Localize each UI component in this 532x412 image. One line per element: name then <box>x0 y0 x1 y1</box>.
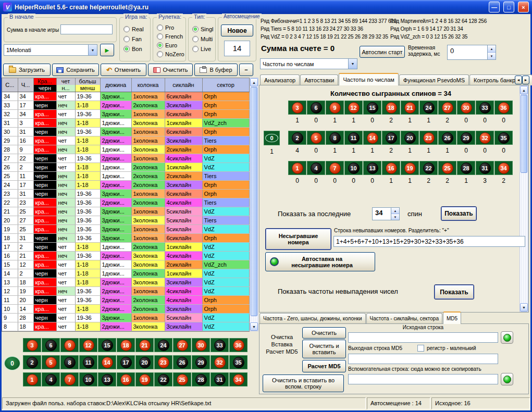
board-number-26[interactable]: 26 <box>173 355 191 369</box>
spin-row[interactable]: 313кра...неч1-181дюжи...3колонка1сиклайн… <box>2 119 249 128</box>
missing-numbers-button[interactable]: Несыгравшие номера <box>265 228 331 250</box>
save-button[interactable]: Сохранить <box>52 64 99 76</box>
show-last-spins-button[interactable]: Показать <box>441 206 477 221</box>
spin-row[interactable]: 1831черннеч19-363дюжи...1колонка6сиклайн… <box>2 234 249 243</box>
board-number-13[interactable]: 13 <box>363 161 381 175</box>
board-number-8[interactable]: 8 <box>326 131 344 145</box>
board-number-9[interactable]: 9 <box>60 338 79 352</box>
board-number-34[interactable]: 34 <box>229 372 248 386</box>
spin-row[interactable]: 1512кра...чет1-181дюжи...3колонка2сиклай… <box>2 260 249 269</box>
radio-Singl[interactable]: Singl <box>192 24 214 34</box>
radio-Bon[interactable]: Bon <box>123 44 149 54</box>
board-number-3[interactable]: 3 <box>23 338 41 352</box>
spin-up-icon[interactable]: ▲ <box>391 208 399 214</box>
preset-combobox[interactable]: 1Melonati ▼ <box>4 44 97 56</box>
tab-Частота - Zero, шансы, дюжины, колонки[interactable]: Частота - Zero, шансы, дюжины, колонки <box>259 313 366 324</box>
board-number-21[interactable]: 21 <box>135 338 154 352</box>
spin-row[interactable]: 172чернчет1-181дюжи...2колонка1сиклайнVd… <box>2 243 249 252</box>
board-number-28[interactable]: 28 <box>457 161 475 175</box>
maximize-button[interactable]: □ <box>503 2 514 13</box>
chevron-down-icon[interactable]: ▼ <box>88 45 97 55</box>
tab-Частоты по числам[interactable]: Частоты по числам <box>339 73 398 85</box>
board-number-15[interactable]: 15 <box>98 338 116 352</box>
board-number-19[interactable]: 19 <box>401 161 419 175</box>
radio-Pro[interactable]: Pro <box>157 23 184 32</box>
scroll-up-icon[interactable]: ▲ <box>520 86 528 94</box>
spin-down-icon[interactable]: ▼ <box>391 214 399 220</box>
md5-clear-button[interactable]: Очистить <box>302 327 346 339</box>
md5-source-input[interactable] <box>348 332 498 343</box>
board-number-36[interactable]: 36 <box>494 101 513 115</box>
spin-row[interactable]: 289кра...неч1-181дюжи...3колонка2сиклайн… <box>2 145 249 154</box>
board-number-12[interactable]: 12 <box>344 101 363 115</box>
autobet-missing-button[interactable]: Автоставка на несыгравшие номера <box>265 252 375 271</box>
board-number-21[interactable]: 21 <box>401 101 419 115</box>
mode-combobox[interactable]: Частоты по числам ▼ <box>260 58 357 69</box>
board-number-4[interactable]: 4 <box>307 161 325 175</box>
board-zero-tile[interactable]: 0 <box>264 131 280 145</box>
spin-row[interactable]: 3434кра...чет19-363дюжи...1колонка6сикла… <box>2 92 249 101</box>
table-scrollbar[interactable]: ▲ ▼ <box>250 78 258 331</box>
board-number-25[interactable]: 25 <box>438 161 456 175</box>
play-button[interactable]: ► <box>100 44 114 56</box>
scrollbar-thumb[interactable] <box>521 95 527 173</box>
board-number-35[interactable]: 35 <box>494 131 513 145</box>
new-button[interactable]: Новое <box>221 24 253 36</box>
board-number-17[interactable]: 17 <box>117 355 135 369</box>
radio-French[interactable]: French <box>157 32 184 41</box>
spin-down-icon[interactable]: ▼ <box>488 53 496 59</box>
tabs-scroll-right-icon[interactable]: ► <box>522 76 529 84</box>
radio-Live[interactable]: Live <box>192 44 214 54</box>
start-sum-input[interactable] <box>60 24 113 34</box>
minimize-button[interactable]: — <box>489 2 500 13</box>
title-bar[interactable]: V HelperRoullet 5.6- create helperroulle… <box>0 0 532 14</box>
board-number-27[interactable]: 27 <box>438 101 456 115</box>
spin-row[interactable]: 1621кра...неч19-362дюжи...3колонка4сикла… <box>2 252 249 260</box>
radio-Euro[interactable]: Euro <box>157 41 184 49</box>
radio-NoZero[interactable]: NoZero <box>157 49 184 58</box>
tab-Анализатор[interactable]: Анализатор <box>260 74 300 85</box>
clear-button[interactable]: Очистить <box>148 64 193 76</box>
board-number-4[interactable]: 4 <box>42 372 60 386</box>
board-number-26[interactable]: 26 <box>438 131 456 145</box>
board-number-20[interactable]: 20 <box>135 355 154 369</box>
md5-aux-input[interactable] <box>348 374 498 384</box>
board-number-16[interactable]: 16 <box>117 372 135 386</box>
board-number-7[interactable]: 7 <box>326 161 344 175</box>
board-number-11[interactable]: 11 <box>79 355 97 369</box>
board-number-32[interactable]: 32 <box>211 355 229 369</box>
spin-row[interactable]: 2027кра...неч19-363дюжи...3колонка5сикла… <box>2 216 249 225</box>
md5-output-input[interactable] <box>348 354 498 364</box>
load-button[interactable]: Загрузить <box>3 64 51 76</box>
spin-row[interactable]: 928чернчет19-363дюжи...1колонка5сиклайнV… <box>2 314 249 322</box>
board-number-2[interactable]: 2 <box>288 131 306 145</box>
board-number-31[interactable]: 31 <box>476 161 494 175</box>
spin-row[interactable]: 1219кра...неч19-362дюжи...1колонка4сикла… <box>2 287 249 296</box>
board-number-30[interactable]: 30 <box>457 101 475 115</box>
board-number-3[interactable]: 3 <box>288 101 306 115</box>
board-number-10[interactable]: 10 <box>79 372 97 386</box>
board-number-36[interactable]: 36 <box>229 338 248 352</box>
md5-clear-paste-button[interactable]: Очистить и вставить <box>302 340 346 358</box>
scroll-up-icon[interactable]: ▲ <box>250 78 258 86</box>
board-number-33[interactable]: 33 <box>476 101 494 115</box>
spin-row[interactable]: 3317черннеч1-182дюжи...2колонка3сиклайнO… <box>2 101 249 110</box>
spin-row[interactable]: 2125кра...неч19-363дюжи...1колонка5сикла… <box>2 207 249 216</box>
tab-Автоставки[interactable]: Автоставки <box>300 74 338 85</box>
board-number-9[interactable]: 9 <box>326 101 344 115</box>
delay-spinner[interactable]: 0 ▲▼ <box>447 45 496 60</box>
radio-Multi[interactable]: Multi <box>192 34 214 44</box>
spin-row[interactable]: 818кра...чет1-182дюжи...3колонка3сиклайн… <box>2 322 249 331</box>
board-number-22[interactable]: 22 <box>419 161 438 175</box>
spin-up-icon[interactable]: ▲ <box>488 45 496 53</box>
board-number-7[interactable]: 7 <box>60 372 79 386</box>
board-number-34[interactable]: 34 <box>494 161 513 175</box>
board-number-5[interactable]: 5 <box>42 355 60 369</box>
board-number-27[interactable]: 27 <box>173 338 191 352</box>
board-number-5[interactable]: 5 <box>307 131 325 145</box>
close-button[interactable]: × <box>518 2 529 13</box>
clear-paste-aux-button[interactable]: Очистить и вставить во вспом. строку <box>263 374 344 392</box>
panel-scrollbar[interactable]: ▲ ▼ <box>519 85 528 312</box>
scroll-down-icon[interactable]: ▼ <box>250 322 258 331</box>
board-number-30[interactable]: 30 <box>192 338 210 352</box>
